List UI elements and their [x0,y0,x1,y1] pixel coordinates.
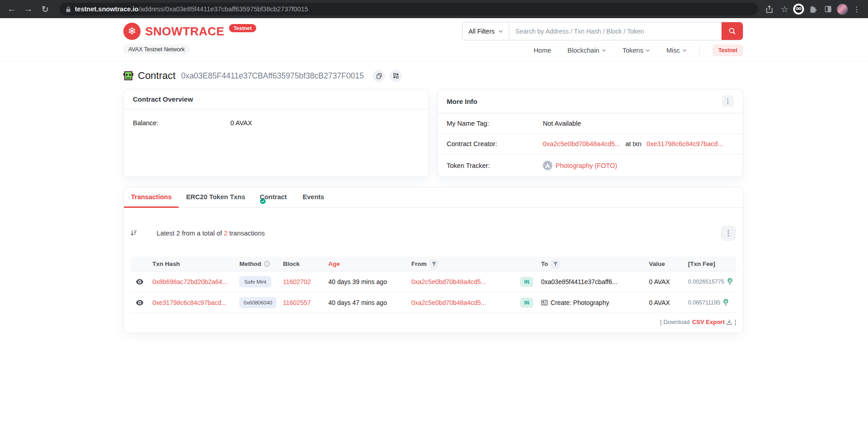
age-cell: 40 days 47 mins ago [327,299,410,306]
table-header-row: Txn Hash Method Block Age From To Value … [131,257,736,271]
to-filter-button[interactable] [551,260,560,269]
nav-blockchain[interactable]: Blockchain [567,47,606,54]
copy-address-button[interactable] [373,70,385,82]
gas-bulb-icon[interactable]: $ [727,278,733,285]
browser-toolbar: ← → ↻ testnet.snowtrace.io/address/0xa03… [0,0,868,18]
creator-txn-link[interactable]: 0xe31798c6c84c97bacd... [646,140,723,147]
nav-testnet-button[interactable]: Testnet [712,44,743,56]
block-link[interactable]: 11602702 [283,278,311,285]
contract-address: 0xa03E85F4411e37CBAff635975bf38cB2737F00… [181,71,364,81]
search-button[interactable] [722,22,743,40]
url-domain: testnet.snowtrace.io [75,5,138,13]
contract-avatar-icon [123,71,133,80]
chevron-down-icon [646,49,650,52]
side-panel-icon[interactable] [821,2,835,16]
balance-label: Balance: [133,119,230,127]
col-value: Value [647,260,686,267]
method-badge: Safe Mint [239,276,271,287]
csv-export-row: [ Download CSV Export ] [131,319,736,325]
token-tracker-link[interactable]: Photography (FOTO) [556,162,617,169]
creator-address-link[interactable]: 0xa2c5e0bd70b48a4cd5... [543,140,620,147]
url-path: /address/0xa03e85f4411e37cbaff635975bf38… [138,5,308,13]
creator-at-txn-text: at txn [624,140,644,147]
extension-owl-icon[interactable] [793,4,804,15]
name-tag-label: My Name Tag: [447,120,543,127]
qr-code-button[interactable] [390,70,402,82]
txn-hash-link[interactable]: 0xe31798c6c84c97bacd... [152,299,226,306]
overview-card-title: Contract Overview [133,95,193,103]
contract-doc-icon [541,300,548,305]
block-link[interactable]: 11602557 [283,299,311,306]
address-bar[interactable]: testnet.snowtrace.io/address/0xa03e85f44… [59,3,758,15]
svg-text:$: $ [729,279,731,283]
funnel-icon [553,262,558,266]
tab-events[interactable]: Events [295,187,332,207]
verified-check-icon [260,198,288,204]
nav-misc[interactable]: Misc [666,47,687,54]
nav-home[interactable]: Home [534,47,551,54]
bookmark-star-icon[interactable]: ☆ [778,2,791,16]
more-info-menu-button[interactable]: ⋮ [722,95,734,107]
col-txn-fee: [Txn Fee] [686,260,736,267]
csv-export-link[interactable]: CSV Export [692,319,732,325]
from-address-link[interactable]: 0xa2c5e0bd70b48a4cd5... [411,299,486,306]
from-filter-button[interactable] [429,260,439,269]
search-filter-dropdown[interactable]: All Filters [463,22,509,40]
direction-badge: IN [520,298,533,308]
tabs: Transactions ERC20 Token Txns Contract E… [124,187,743,208]
balance-value: 0 AVAX [230,119,252,127]
extensions-puzzle-icon[interactable] [806,2,819,16]
table-row: 0x8b698ac72bd20b2a64...Safe Mint11602702… [131,271,736,292]
col-to: To [539,260,647,269]
table-options-button[interactable]: ⋮ [721,226,736,241]
value-cell: 0 AVAX [647,299,686,306]
svg-text:$: $ [725,299,727,304]
browser-back-icon[interactable]: ← [5,2,19,16]
value-cell: 0 AVAX [647,278,686,285]
sort-icon [131,216,152,250]
browser-profile-avatar[interactable] [837,4,848,15]
age-cell: 40 days 39 mins ago [327,278,410,285]
brand-testnet-badge: Testnet [229,24,256,32]
from-address-link[interactable]: 0xa2c5e0bd70b48a4cd5... [411,278,486,285]
nav-tokens[interactable]: Tokens [622,47,650,54]
more-info-card: More Info ⋮ My Name Tag: Not Available C… [437,89,743,177]
txn-hash-link[interactable]: 0x8b698ac72bd20b2a64... [152,278,228,285]
name-tag-row: My Name Tag: Not Available [438,113,743,133]
page-title: Contract [138,70,176,82]
snowtrace-logo-icon: ❄ [123,23,141,40]
browser-forward-icon[interactable]: → [21,2,35,16]
contract-overview-card: Contract Overview Balance: 0 AVAX [123,89,429,177]
more-info-card-title: More Info [447,98,478,105]
top-nav: Home Blockchain Tokens Misc Testnet [534,44,743,56]
browser-refresh-icon[interactable]: ↻ [38,2,52,16]
token-tracker-row: Token Tracker: Photography (FOTO) [438,154,743,177]
qr-code-icon [393,73,399,79]
tab-contract[interactable]: Contract [253,187,296,207]
col-age[interactable]: Age [327,260,410,267]
gas-bulb-icon[interactable]: $ [723,299,729,306]
method-badge: 0x60806040 [239,297,276,308]
search-input[interactable] [509,22,722,40]
share-icon[interactable] [762,2,776,16]
tab-erc20-token-txns[interactable]: ERC20 Token Txns [179,187,252,207]
page-title-row: Contract 0xa03E85F4411e37CBAff635975bf38… [123,69,743,83]
network-pill: AVAX Testnet Network [123,44,190,54]
eye-icon [136,300,143,305]
browser-menu-icon[interactable]: ⋮ [850,2,863,16]
transactions-summary: Latest 2 from a total of 2 transactions [131,216,265,250]
col-block: Block [281,260,327,267]
copy-icon [376,73,382,79]
brand-logo[interactable]: ❄ SNOWTRACE Testnet [123,23,256,40]
view-txn-eye-button[interactable] [136,300,143,305]
token-tracker-label: Token Tracker: [447,162,543,169]
contract-creator-row: Contract Creator: 0xa2c5e0bd70b48a4cd5..… [438,133,743,154]
contract-creator-label: Contract Creator: [447,140,543,147]
balance-row: Balance: 0 AVAX [124,109,429,133]
site-header: ❄ SNOWTRACE Testnet AVAX Testnet Network… [0,18,868,62]
to-cell: Create: Photography [539,299,647,306]
tab-transactions[interactable]: Transactions [124,187,179,207]
view-txn-eye-button[interactable] [136,279,143,285]
download-icon [727,319,732,325]
info-icon[interactable] [264,261,270,267]
